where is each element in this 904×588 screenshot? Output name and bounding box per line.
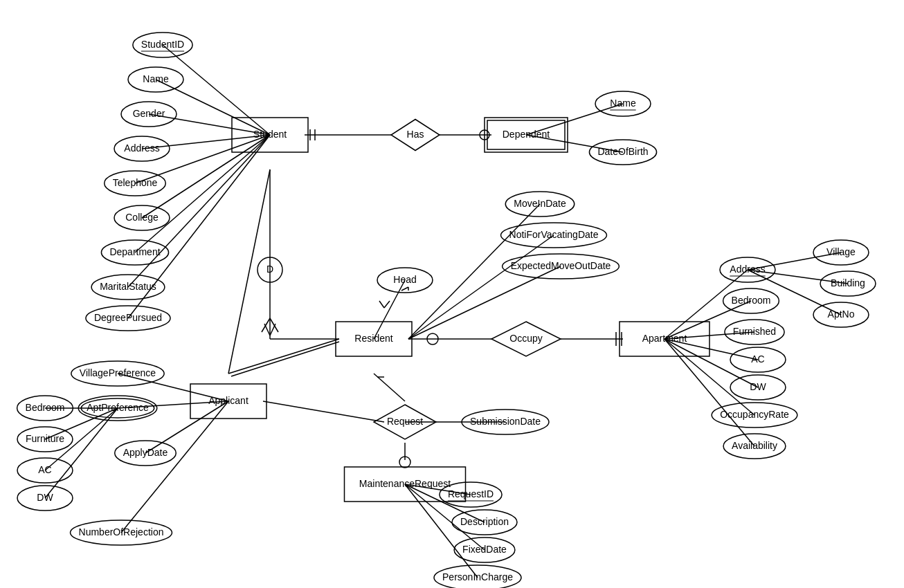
er-diagram [0,0,904,588]
